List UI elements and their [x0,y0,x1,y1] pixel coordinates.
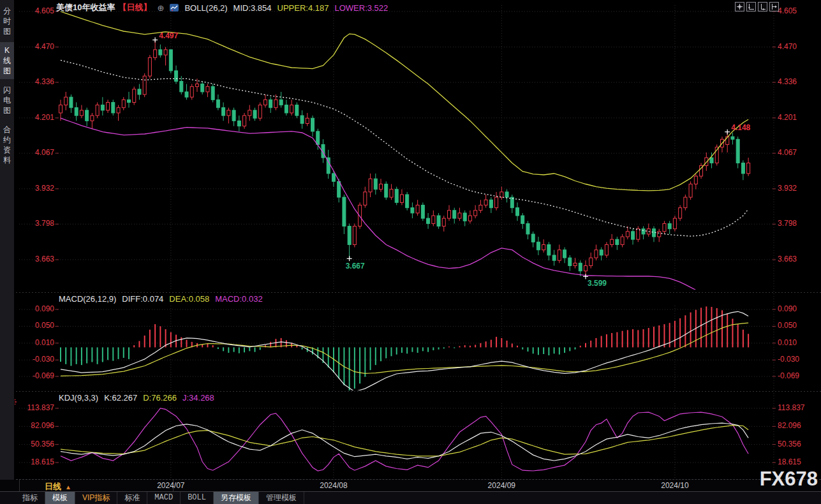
crosshair-icon[interactable] [735,2,744,11]
axis-right-icon[interactable] [758,2,767,11]
price-chart-canvas[interactable]: 4.4973.6673.5994.148 [0,0,821,480]
indicator-tab-bar: 指标模板VIP指标标准MACDBOLL另存模板管理模板 [0,491,821,504]
boll-upper-value: UPPER:4.187 [277,3,329,13]
macd-dea-value: DEA:0.058 [169,294,209,304]
sidebar-tab-分时图[interactable]: 分时图 [0,3,14,40]
boll-lower-value: LOWER:3.522 [335,3,388,13]
macd-header: MACD(26,12,9) DIFF:0.074 DEA:0.058 MACD:… [59,294,263,304]
kdj-k-value: K:62.267 [104,393,137,403]
kdj-params-label: KDJ(9,3,3) [59,393,98,403]
kdj-d-value: D:76.266 [143,393,177,403]
macd-histogram [61,306,748,391]
kdj-header: KDJ(9,3,3) K:62.267 D:76.266 J:34.268 [59,393,214,403]
bottom-tab-模板[interactable]: 模板 [45,492,75,504]
x-axis-row: 日线▲ [0,479,821,492]
svg-text:3.599: 3.599 [588,279,607,288]
boll-mid-value: MID:3.854 [233,3,272,13]
svg-text:3.667: 3.667 [346,262,365,271]
kdj-j-value: J:34.268 [182,393,214,403]
svg-text:4.497: 4.497 [159,31,178,40]
pane-switch-icon[interactable] [769,2,779,11]
boll-params-label: BOLL(26,2) [184,3,227,13]
period-arrow-icon: ▲ [65,484,71,491]
macd-macd-value: MACD:0.032 [215,294,262,304]
chart-type-sidebar: 分时图K线图闪电图合约资料 [0,0,15,480]
sidebar-tab-K线图[interactable]: K线图 [0,42,14,79]
macd-diff-value: DIFF:0.074 [122,294,163,304]
kdj-lines [61,408,748,471]
macd-params-label: MACD(26,12,9) [59,294,116,304]
bottom-tab-另存模板[interactable]: 另存模板 [214,492,259,504]
add-indicator-icon[interactable]: ⊕ [157,3,164,13]
chart-style-icon[interactable] [170,4,179,11]
price-annotations: 4.4973.6673.5994.148 [152,31,750,288]
bottom-tab-管理模板[interactable]: 管理模板 [259,492,304,504]
bottom-tab-指标[interactable]: 指标 [15,492,45,504]
period-label: 日线 [45,482,61,491]
axis-left-icon[interactable] [746,2,756,11]
svg-text:4.148: 4.148 [731,123,750,132]
bottom-tab-BOLL[interactable]: BOLL [181,492,214,504]
bottom-tab-MACD[interactable]: MACD [147,492,181,504]
watermark: FX678 [739,468,818,491]
sidebar-tab-合约资料[interactable]: 合约资料 [0,121,14,168]
sidebar-tab-闪电图[interactable]: 闪电图 [0,82,14,119]
candlestick-series [59,11,750,297]
grid-lines [0,5,821,478]
bottom-tab-VIP指标[interactable]: VIP指标 [75,492,117,504]
instrument-title: 美债10年收益率 [56,2,115,13]
period-tag: 【日线】 [118,2,151,13]
main-chart-header: 美债10年收益率 【日线】 ⊕ BOLL(26,2) MID:3.854 UPP… [56,2,388,13]
chart-toolbar [735,2,779,11]
period-cell [19,480,174,491]
bottom-tab-标准[interactable]: 标准 [117,492,147,504]
chart-application: 4.4973.6673.5994.148 分时图K线图闪电图合约资料 2024/… [0,0,821,504]
